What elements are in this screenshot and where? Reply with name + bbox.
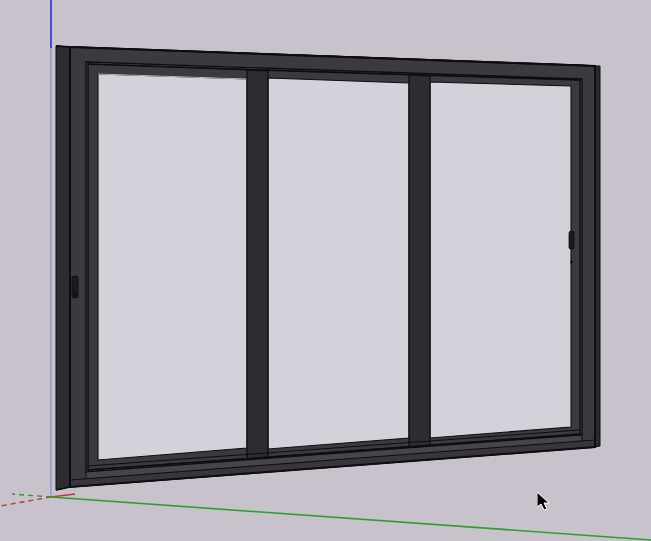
mullion-1: [247, 70, 268, 459]
edge-tl: [56, 46, 70, 47]
handle-right-body: [569, 231, 574, 249]
handle-right-pivot: [570, 261, 573, 264]
panel-2[interactable]: [258, 70, 418, 458]
model-viewport[interactable]: [0, 0, 651, 541]
frame-left-depth: [56, 46, 70, 490]
sliding-door-model[interactable]: [56, 46, 600, 490]
panel-1[interactable]: [88, 64, 256, 470]
scene-canvas[interactable]: [0, 0, 651, 541]
mullion-2: [409, 75, 430, 447]
handle-left[interactable]: [72, 276, 78, 298]
panel-3[interactable]: [420, 75, 580, 446]
handle-left-pivot: [74, 293, 77, 296]
panel-3-glass: [430, 82, 571, 438]
panel-2-glass: [268, 78, 409, 449]
panel-1-glass: [98, 74, 247, 460]
